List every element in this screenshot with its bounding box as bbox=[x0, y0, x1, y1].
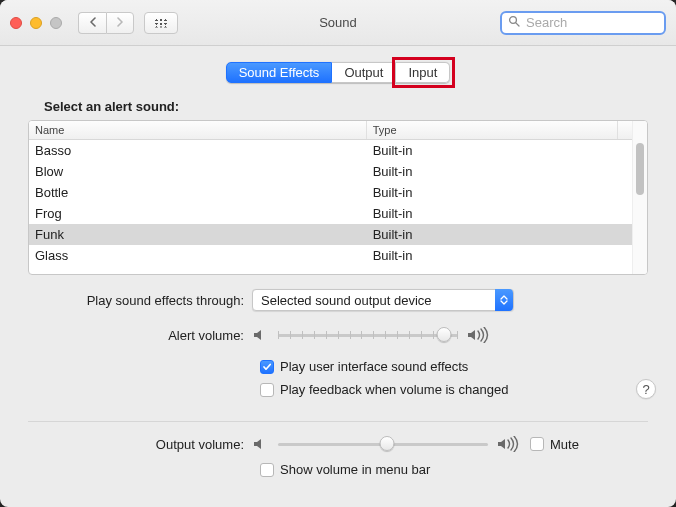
table-cell: Funk bbox=[29, 227, 367, 242]
table-cell: Built-in bbox=[367, 206, 632, 221]
minimize-window-button[interactable] bbox=[30, 17, 42, 29]
table-cell: Built-in bbox=[367, 185, 632, 200]
table-row[interactable]: FrogBuilt-in bbox=[29, 203, 632, 224]
svg-line-1 bbox=[516, 23, 519, 26]
effects-through-value: Selected sound output device bbox=[261, 293, 432, 308]
search-input[interactable] bbox=[524, 14, 676, 31]
speaker-low-icon bbox=[252, 327, 270, 343]
mute-label: Mute bbox=[550, 437, 579, 452]
mute-checkbox[interactable] bbox=[530, 437, 544, 451]
tab-label: Output bbox=[344, 65, 383, 80]
ui-sounds-checkbox[interactable] bbox=[260, 360, 274, 374]
alert-sound-title: Select an alert sound: bbox=[44, 99, 648, 114]
table-row[interactable]: BassoBuilt-in bbox=[29, 140, 632, 161]
traffic-lights bbox=[10, 17, 62, 29]
table-cell: Bottle bbox=[29, 185, 367, 200]
tab-label: Input bbox=[408, 65, 437, 80]
search-field-wrap[interactable] bbox=[500, 11, 666, 35]
chevron-right-icon bbox=[116, 16, 124, 30]
column-type[interactable]: Type bbox=[367, 121, 618, 139]
table-cell: Glass bbox=[29, 248, 367, 263]
close-window-button[interactable] bbox=[10, 17, 22, 29]
tab-sound-effects[interactable]: Sound Effects bbox=[226, 62, 333, 83]
forward-button[interactable] bbox=[106, 12, 134, 34]
speaker-high-icon bbox=[496, 436, 520, 452]
effects-through-label: Play sound effects through: bbox=[28, 293, 252, 308]
table-row[interactable]: BlowBuilt-in bbox=[29, 161, 632, 182]
table-row[interactable]: FunkBuilt-in bbox=[29, 224, 632, 245]
menubar-volume-label: Show volume in menu bar bbox=[280, 462, 430, 477]
table-cell: Basso bbox=[29, 143, 367, 158]
nav-group bbox=[78, 12, 134, 34]
table-header: Name Type bbox=[29, 121, 632, 140]
menubar-volume-checkbox[interactable] bbox=[260, 463, 274, 477]
column-name[interactable]: Name bbox=[29, 121, 367, 139]
alert-sound-table: Name Type BassoBuilt-inBlowBuilt-inBottl… bbox=[28, 120, 648, 275]
zoom-window-button bbox=[50, 17, 62, 29]
ui-sounds-label: Play user interface sound effects bbox=[280, 359, 468, 374]
popup-arrows-icon bbox=[495, 289, 513, 311]
table-cell: Built-in bbox=[367, 227, 632, 242]
speaker-high-icon bbox=[466, 327, 490, 343]
alert-volume-slider[interactable] bbox=[278, 325, 458, 345]
table-cell: Built-in bbox=[367, 248, 632, 263]
table-row[interactable]: GlassBuilt-in bbox=[29, 245, 632, 266]
alert-volume-label: Alert volume: bbox=[28, 328, 252, 343]
feedback-label: Play feedback when volume is changed bbox=[280, 382, 508, 397]
output-volume-label: Output volume: bbox=[28, 437, 252, 452]
feedback-checkbox[interactable] bbox=[260, 383, 274, 397]
table-cell: Built-in bbox=[367, 143, 632, 158]
titlebar: Sound bbox=[0, 0, 676, 46]
back-button[interactable] bbox=[78, 12, 106, 34]
divider bbox=[28, 421, 648, 422]
slider-thumb[interactable] bbox=[436, 327, 451, 342]
slider-thumb[interactable] bbox=[380, 436, 395, 451]
table-cell: Built-in bbox=[367, 164, 632, 179]
table-cell: Blow bbox=[29, 164, 367, 179]
chevron-left-icon bbox=[89, 16, 97, 30]
window-title: Sound bbox=[319, 15, 357, 30]
output-volume-slider[interactable] bbox=[278, 434, 488, 454]
tab-bar: Sound Effects Output Input bbox=[28, 62, 648, 83]
grid-icon bbox=[155, 18, 168, 27]
tab-label: Sound Effects bbox=[239, 65, 320, 80]
table-row[interactable]: BottleBuilt-in bbox=[29, 182, 632, 203]
tab-output[interactable]: Output bbox=[332, 62, 396, 83]
show-all-button[interactable] bbox=[144, 12, 178, 34]
scrollbar-thumb[interactable] bbox=[636, 143, 644, 195]
effects-through-popup[interactable]: Selected sound output device bbox=[252, 289, 514, 311]
sound-preferences-window: Sound Sound Effects Output Input bbox=[0, 0, 676, 507]
table-scrollbar[interactable] bbox=[632, 121, 647, 274]
help-button[interactable]: ? bbox=[636, 379, 656, 399]
help-icon: ? bbox=[642, 382, 649, 397]
search-icon bbox=[508, 15, 520, 30]
content: Sound Effects Output Input Select an ale… bbox=[0, 46, 676, 495]
table-cell: Frog bbox=[29, 206, 367, 221]
tab-input[interactable]: Input bbox=[396, 62, 450, 83]
speaker-low-icon bbox=[252, 436, 270, 452]
